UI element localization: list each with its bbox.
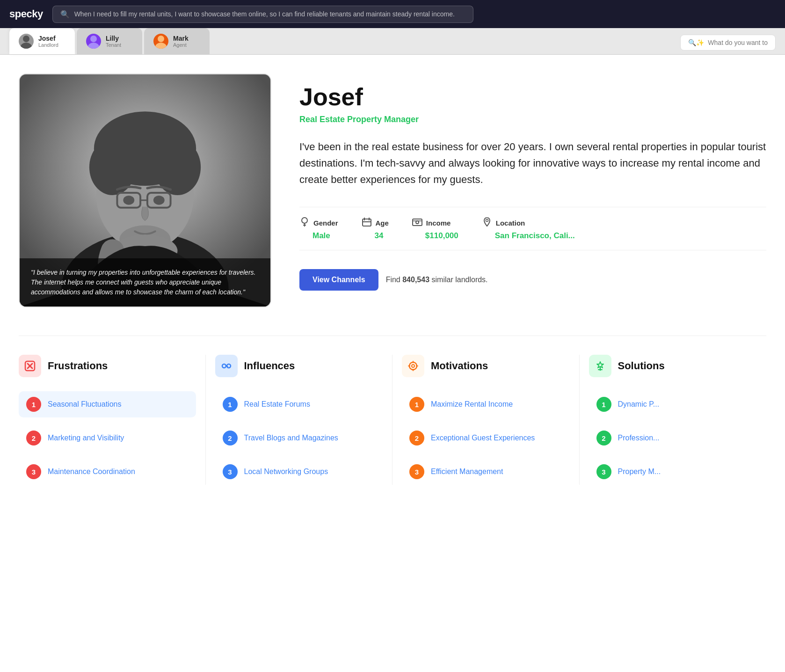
avatar-mark: [153, 34, 168, 49]
tab-role-lilly: Tenant: [106, 42, 121, 48]
frustration-item-3[interactable]: 3 Maintenance Coordination: [19, 459, 196, 485]
stat-income-header: Income: [412, 217, 451, 229]
svg-point-1: [21, 43, 32, 49]
stat-location: Location San Francisco, Cali...: [482, 217, 575, 241]
main-content: "I believe in turning my properties into…: [0, 55, 785, 672]
gender-icon: [299, 217, 310, 229]
frustrations-title: Frustrations: [48, 360, 108, 372]
similar-landlords-text: Find 840,543 similar landlords.: [386, 276, 488, 284]
tab-search-placeholder: What do you want to: [708, 39, 768, 46]
navbar-search-bar[interactable]: 🔍 When I need to fill my rental units, I…: [52, 6, 473, 23]
svg-point-16: [123, 196, 134, 205]
motivations-title: Motivations: [431, 360, 488, 372]
location-icon: [482, 217, 492, 229]
svg-point-28: [416, 221, 419, 224]
solution-item-1[interactable]: 1 Dynamic P...: [589, 391, 757, 417]
solution-text-2: Profession...: [618, 434, 660, 442]
svg-rect-23: [363, 219, 371, 226]
profile-name: Josef: [299, 83, 766, 111]
motivations-items: 1 Maximize Rental Income 2 Exceptional G…: [402, 391, 570, 485]
influence-item-2[interactable]: 2 Travel Blogs and Magazines: [215, 425, 383, 451]
navbar-search-text: When I need to fill my rental units, I w…: [74, 10, 455, 18]
tab-role-josef: Landlord: [38, 42, 58, 48]
similar-suffix: similar landlords.: [432, 276, 488, 284]
influence-text-1: Real Estate Forums: [244, 400, 310, 409]
motivation-item-2[interactable]: 2 Exceptional Guest Experiences: [402, 425, 570, 451]
svg-point-0: [23, 36, 29, 42]
location-label: Location: [496, 219, 525, 227]
tab-info-josef: Josef Landlord: [38, 35, 58, 48]
motivations-header: Motivations: [402, 355, 570, 377]
svg-point-2: [90, 36, 97, 42]
influences-section: Influences 1 Real Estate Forums 2 Travel…: [206, 355, 393, 485]
frustrations-section: Frustrations 1 Seasonal Fluctuations 2 M…: [19, 355, 206, 485]
influence-number-3: 3: [223, 464, 238, 479]
frustration-text-1: Seasonal Fluctuations: [48, 400, 121, 409]
location-value: San Francisco, Cali...: [482, 231, 575, 241]
svg-point-17: [153, 196, 165, 205]
motivations-section: Motivations 1 Maximize Rental Income 2 E…: [392, 355, 580, 485]
svg-point-5: [155, 43, 167, 49]
tab-search-right[interactable]: 🔍✨ What do you want to: [680, 35, 776, 51]
frustration-text-3: Maintenance Coordination: [48, 467, 135, 476]
tab-lilly[interactable]: Lilly Tenant: [77, 28, 142, 54]
income-icon: [412, 217, 422, 229]
solution-item-3[interactable]: 3 Property M...: [589, 459, 757, 485]
influence-item-3[interactable]: 3 Local Networking Groups: [215, 459, 383, 485]
influences-icon: [215, 355, 238, 377]
influence-item-1[interactable]: 1 Real Estate Forums: [215, 391, 383, 417]
solution-text-1: Dynamic P...: [618, 400, 660, 409]
income-label: Income: [426, 219, 451, 227]
svg-point-3: [88, 43, 99, 49]
profile-info: Josef Real Estate Property Manager I've …: [299, 73, 766, 307]
frustration-item-1[interactable]: 1 Seasonal Fluctuations: [19, 391, 196, 417]
frustration-number-1: 1: [26, 397, 41, 412]
avatar-lilly: [86, 34, 101, 49]
profile-role: Real Estate Property Manager: [299, 115, 766, 124]
tab-search-icon: 🔍✨: [688, 39, 704, 46]
frustrations-icon: [19, 355, 41, 377]
motivation-number-1: 1: [409, 397, 424, 412]
age-label: Age: [376, 219, 389, 227]
frustrations-header: Frustrations: [19, 355, 196, 377]
svg-point-20: [302, 218, 307, 223]
avatar-josef: [19, 34, 34, 49]
frustration-text-2: Marketing and Visibility: [48, 434, 124, 442]
view-channels-button[interactable]: View Channels: [299, 269, 378, 291]
search-icon: 🔍: [60, 10, 70, 19]
age-value: 34: [362, 231, 384, 241]
tabs-bar: Josef Landlord Lilly Tenant Mark Agent 🔍…: [0, 28, 785, 55]
profile-section: "I believe in turning my properties into…: [19, 73, 766, 307]
tab-josef[interactable]: Josef Landlord: [9, 28, 75, 54]
tab-info-lilly: Lilly Tenant: [106, 35, 121, 48]
stat-gender: Gender Male: [299, 217, 338, 241]
influence-text-3: Local Networking Groups: [244, 467, 328, 476]
app-logo[interactable]: specky: [9, 8, 43, 20]
profile-bio: I've been in the real estate business fo…: [299, 139, 766, 188]
motivation-number-3: 3: [409, 464, 424, 479]
similar-count: 840,543: [402, 276, 429, 284]
stat-age-header: Age: [362, 217, 389, 229]
solutions-title: Solutions: [618, 360, 665, 372]
stat-age: Age 34: [362, 217, 389, 241]
income-value: $110,000: [412, 231, 458, 241]
influence-number-1: 1: [223, 397, 238, 412]
influences-items: 1 Real Estate Forums 2 Travel Blogs and …: [215, 391, 383, 485]
tab-info-mark: Mark Agent: [173, 35, 189, 48]
profile-image-container: "I believe in turning my properties into…: [19, 73, 271, 307]
frustration-item-2[interactable]: 2 Marketing and Visibility: [19, 425, 196, 451]
gender-label: Gender: [313, 219, 338, 227]
solutions-header: Solutions: [589, 355, 757, 377]
motivation-text-2: Exceptional Guest Experiences: [431, 434, 535, 442]
motivation-item-3[interactable]: 3 Efficient Management: [402, 459, 570, 485]
influence-text-2: Travel Blogs and Magazines: [244, 434, 338, 442]
view-channels-row: View Channels Find 840,543 similar landl…: [299, 269, 766, 291]
profile-quote: "I believe in turning my properties into…: [20, 258, 270, 307]
influence-number-2: 2: [223, 431, 238, 446]
tab-mark[interactable]: Mark Agent: [144, 28, 210, 54]
motivation-item-1[interactable]: 1 Maximize Rental Income: [402, 391, 570, 417]
profile-quote-text: "I believe in turning my properties into…: [31, 269, 255, 296]
stat-income: Income $110,000: [412, 217, 458, 241]
solution-item-2[interactable]: 2 Profession...: [589, 425, 757, 451]
solutions-section: Solutions 1 Dynamic P... 2 Profession...…: [580, 355, 767, 485]
